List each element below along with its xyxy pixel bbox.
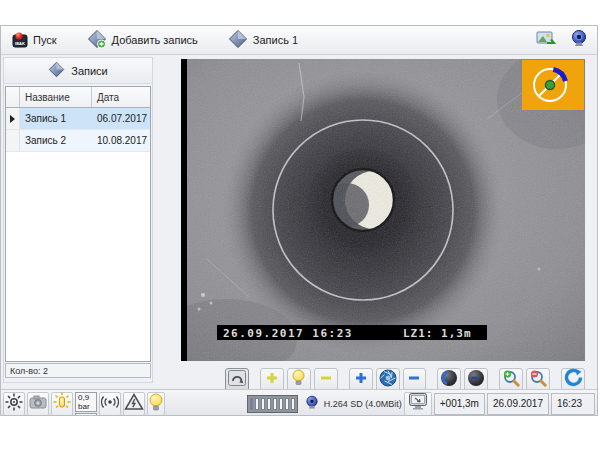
add-record-diamond-icon [87, 29, 107, 51]
brightness-sun-icon [4, 392, 24, 416]
codec-status: H.264 SD (4.0MBit) [304, 395, 402, 412]
warning-button[interactable] [123, 392, 145, 416]
aperture-decrease-button[interactable] [403, 368, 427, 392]
distance-readout: +001,3m [434, 393, 485, 415]
records-count-bar: Кол-во: 2 [5, 363, 151, 378]
snapshot-icon [228, 370, 246, 390]
blue-minus-icon [407, 371, 421, 389]
rotate-left-button[interactable] [437, 368, 461, 392]
bulb-button[interactable] [147, 392, 165, 416]
aperture-button[interactable] [376, 368, 400, 392]
cell-record-date: 06.07.2017 [92, 108, 150, 129]
records-count-label: Кол-во: 2 [10, 366, 48, 376]
reset-view-button[interactable] [561, 368, 585, 392]
time-readout: 16:23 [551, 393, 595, 415]
monitor-button[interactable] [404, 392, 432, 416]
camera-settings-button[interactable] [27, 392, 49, 416]
video-overlay-datetime: 26.09.2017 16:23 [223, 327, 353, 340]
svg-text:IBAK: IBAK [15, 41, 25, 46]
records-button-label: Записи [71, 65, 108, 77]
records-panel-header: Записи [4, 58, 152, 84]
cell-record-name: Запись 2 [20, 130, 92, 151]
codec-camera-icon [304, 395, 320, 412]
row-gutter [6, 130, 20, 151]
warning-triangle-icon [124, 393, 144, 415]
table-row-record-2[interactable]: Запись 2 10.08.2017 [6, 130, 150, 152]
record-1-button[interactable]: Запись 1 [221, 27, 305, 53]
records-table-header: Название Дата [6, 87, 150, 108]
sonde-button[interactable] [99, 392, 121, 416]
main-area: Записи Название Дата Запись 1 06.07.2017 [1, 55, 597, 389]
pressure-readout-2: 0,9 bar [75, 413, 97, 417]
zoom-out-button[interactable] [526, 368, 550, 392]
yellow-minus-icon [319, 371, 333, 389]
main-toolbar: IBAK Пуск Добавить запись [1, 26, 597, 55]
records-panel: Записи Название Дата Запись 1 06.07.2017 [3, 57, 153, 383]
lamp-button[interactable] [287, 368, 311, 392]
add-record-button-label: Добавить запись [112, 34, 198, 46]
snapshot-button[interactable] [225, 368, 249, 392]
table-row-record-1[interactable]: Запись 1 06.07.2017 [6, 108, 150, 130]
zoom-in-button[interactable] [499, 368, 523, 392]
video-display: 26.09.2017 16:23 LZ1: 1,3m [181, 59, 585, 361]
codec-label: H.264 SD (4.0MBit) [324, 399, 402, 409]
antenna-icon [100, 394, 120, 414]
date-readout: 26.09.2017 [487, 393, 549, 415]
column-header-name[interactable]: Название [20, 87, 92, 107]
grey-camera-icon [28, 393, 48, 415]
header-gutter [6, 87, 20, 107]
record-diamond-icon [228, 29, 248, 51]
status-bar: 0,9 bar 0,9 bar [1, 389, 597, 416]
rotate-stop-button[interactable] [464, 368, 488, 392]
sphere-arc-icon [440, 369, 458, 391]
lamp-bulb-icon [291, 369, 306, 390]
recording-level-indicator [247, 395, 298, 413]
lamp-increase-button[interactable] [260, 368, 284, 392]
pressure-readout-1: 0,9 bar [75, 392, 97, 412]
pressure-readouts: 0,9 bar 0,9 bar [75, 392, 97, 416]
export-video-icon [536, 30, 556, 51]
camera-button[interactable] [564, 28, 593, 52]
records-table: Название Дата Запись 1 06.07.2017 Запись… [5, 86, 151, 362]
aperture-iris-icon [379, 369, 397, 391]
cell-record-date: 10.08.2017 [92, 130, 150, 151]
flash-lamp-icon [52, 392, 72, 416]
lamp-decrease-button[interactable] [314, 368, 338, 392]
blue-plus-icon [354, 371, 368, 389]
bulb-icon [148, 393, 164, 415]
column-header-date[interactable]: Дата [92, 87, 150, 107]
record-1-button-label: Запись 1 [253, 34, 298, 46]
zoom-out-icon [529, 369, 547, 391]
monitor-icon [408, 392, 428, 415]
start-device-icon: IBAK [12, 31, 28, 50]
video-overlay-distance: LZ1: 1,3m [403, 327, 472, 340]
yellow-plus-icon [265, 371, 279, 389]
sphere-dash-icon [467, 369, 485, 391]
row-gutter [6, 108, 20, 129]
records-button[interactable]: Записи [40, 59, 116, 82]
export-video-button[interactable] [531, 28, 560, 52]
webcam-icon [569, 29, 589, 52]
zoom-in-icon [502, 369, 520, 391]
start-button[interactable]: IBAK Пуск [5, 29, 64, 52]
aperture-increase-button[interactable] [349, 368, 373, 392]
refresh-arrow-icon [564, 368, 583, 391]
cell-record-name: Запись 1 [20, 108, 92, 129]
flash-lamp-button[interactable] [51, 392, 73, 416]
add-record-button[interactable]: Добавить запись [80, 27, 205, 53]
app-window: IBAK Пуск Добавить запись [0, 25, 598, 416]
brightness-button[interactable] [3, 392, 25, 416]
records-diamond-icon [48, 61, 65, 80]
current-row-marker [10, 115, 15, 123]
start-button-label: Пуск [33, 34, 57, 46]
camera-position-indicator [522, 60, 584, 110]
